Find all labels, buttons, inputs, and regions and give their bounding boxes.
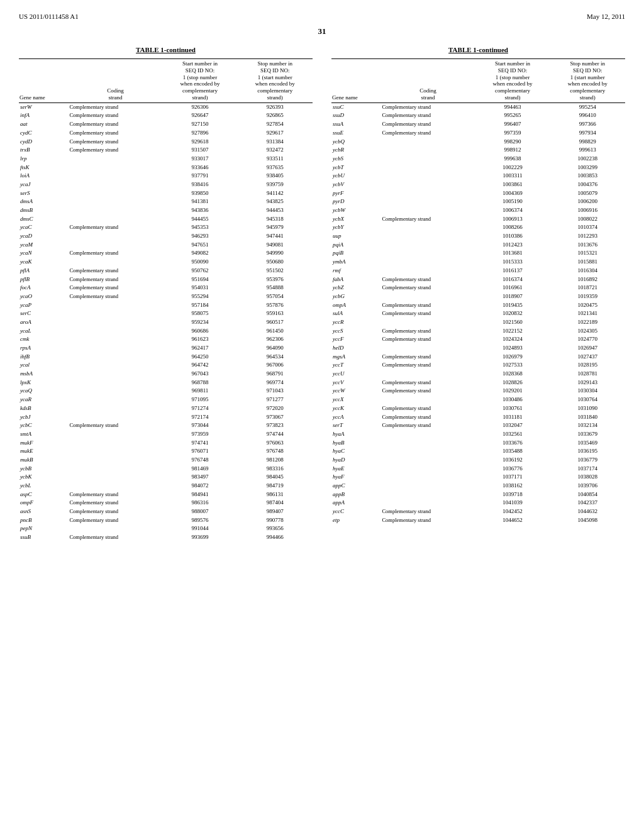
table-row: helD10248931026947 xyxy=(331,344,625,353)
stop-number-cell: 1005079 xyxy=(550,189,625,198)
start-number-cell: 1003861 xyxy=(475,180,550,189)
stop-number-cell: 926393 xyxy=(238,102,313,111)
table-row: infAComplementary strand926647926865 xyxy=(19,111,313,120)
coding-strand-cell xyxy=(68,163,162,172)
stop-number-cell: 1026947 xyxy=(550,344,625,353)
coding-strand-cell: Complementary strand xyxy=(380,361,475,370)
start-number-cell: 1037171 xyxy=(475,473,550,482)
gene-name-cell: sulA xyxy=(331,309,380,318)
left-table-title: TABLE 1-continued xyxy=(19,46,313,53)
stop-number-cell: 973067 xyxy=(238,413,313,422)
table-row: mukE976071976748 xyxy=(19,447,313,456)
gene-name-cell: pflA xyxy=(19,267,68,275)
gene-name-cell: etp xyxy=(331,516,380,525)
start-number-cell: 1044652 xyxy=(475,516,550,525)
stop-number-cell: 945318 xyxy=(238,215,313,224)
left-col-stop: Stop number inSEQ ID NO:1 (start numberw… xyxy=(238,59,313,103)
table-row: aspCComplementary strand984941986131 xyxy=(19,490,313,499)
stop-number-cell: 1003299 xyxy=(550,163,625,172)
start-number-cell: 954031 xyxy=(162,284,237,292)
gene-name-cell: asnS xyxy=(19,507,68,516)
gene-name-cell: dmsA xyxy=(19,197,68,206)
right-table: Gene name Codingstrand Start number inSE… xyxy=(331,58,625,524)
stop-number-cell: 1021341 xyxy=(550,309,625,318)
stop-number-cell: 1003853 xyxy=(550,172,625,180)
gene-name-cell: pflB xyxy=(19,275,68,284)
stop-number-cell: 1024770 xyxy=(550,335,625,344)
table-row: ycbB981469983316 xyxy=(19,465,313,473)
stop-number-cell: 997366 xyxy=(550,120,625,129)
gene-name-cell: ssuE xyxy=(331,129,380,138)
coding-strand-cell xyxy=(68,327,162,336)
coding-strand-cell xyxy=(68,379,162,387)
table-row: ssuBComplementary strand993699994466 xyxy=(19,533,313,542)
stop-number-cell: 1044632 xyxy=(550,507,625,516)
start-number-cell: 1013681 xyxy=(475,249,550,258)
start-number-cell: 995265 xyxy=(475,111,550,120)
right-table-title: TABLE 1-continued xyxy=(331,46,625,53)
table-row: cmk961623962306 xyxy=(19,335,313,344)
gene-name-cell: lrp xyxy=(19,155,68,163)
start-number-cell: 933646 xyxy=(162,163,237,172)
stop-number-cell: 976748 xyxy=(238,447,313,456)
gene-name-cell: dmsB xyxy=(19,206,68,215)
table-row: yccX10304861030764 xyxy=(331,396,625,404)
start-number-cell: 1005190 xyxy=(475,197,550,206)
gene-name-cell: ycbK xyxy=(19,473,68,482)
left-table: Gene name Codingstrand Start number inSE… xyxy=(19,58,313,542)
table-row: trxBComplementary strand931507932472 xyxy=(19,146,313,155)
coding-strand-cell xyxy=(380,172,475,180)
gene-name-cell: ymbA xyxy=(331,258,380,267)
start-number-cell: 929618 xyxy=(162,138,237,147)
stop-number-cell: 1002238 xyxy=(550,155,625,163)
start-number-cell: 1015333 xyxy=(475,258,550,267)
start-number-cell: 1012423 xyxy=(475,241,550,250)
gene-name-cell: ftsK xyxy=(19,163,68,172)
coding-strand-cell: Complementary strand xyxy=(380,353,475,362)
stop-number-cell: 984719 xyxy=(238,482,313,490)
stop-number-cell: 976063 xyxy=(238,439,313,448)
coding-strand-cell xyxy=(380,163,475,172)
coding-strand-cell: Complementary strand xyxy=(380,215,475,224)
stop-number-cell: 953976 xyxy=(238,275,313,284)
gene-name-cell: ycbV xyxy=(331,180,380,189)
start-number-cell: 962417 xyxy=(162,344,237,353)
start-number-cell: 994463 xyxy=(475,102,550,111)
stop-number-cell: 1040854 xyxy=(550,490,625,499)
gene-name-cell: yccX xyxy=(331,396,380,404)
table-row: smtA973959974744 xyxy=(19,430,313,439)
table-row: yccR10215601022189 xyxy=(331,318,625,327)
gene-name-cell: ssuC xyxy=(331,102,380,111)
coding-strand-cell: Complementary strand xyxy=(68,284,162,292)
stop-number-cell: 932472 xyxy=(238,146,313,155)
stop-number-cell: 944453 xyxy=(238,206,313,215)
gene-name-cell: yccS xyxy=(331,327,380,336)
gene-name-cell: lpxK xyxy=(19,379,68,387)
stop-number-cell: 937635 xyxy=(238,163,313,172)
stop-number-cell: 971277 xyxy=(238,396,313,404)
stop-number-cell: 1008022 xyxy=(550,215,625,224)
coding-strand-cell xyxy=(68,189,162,198)
coding-strand-cell xyxy=(380,447,475,456)
gene-name-cell: yccU xyxy=(331,370,380,379)
coding-strand-cell xyxy=(380,473,475,482)
coding-strand-cell xyxy=(68,155,162,163)
gene-name-cell: ycaK xyxy=(19,258,68,267)
gene-name-cell: hyaA xyxy=(331,430,380,439)
start-number-cell: 964742 xyxy=(162,361,237,370)
start-number-cell: 1028826 xyxy=(475,379,550,387)
start-number-cell: 1024893 xyxy=(475,344,550,353)
coding-strand-cell: Complementary strand xyxy=(380,129,475,138)
table-row: ycaJ938416939759 xyxy=(19,180,313,189)
table-row: loiA937791938405 xyxy=(19,172,313,180)
coding-strand-cell xyxy=(68,439,162,448)
gene-name-cell: mukB xyxy=(19,456,68,465)
coding-strand-cell: Complementary strand xyxy=(68,102,162,111)
stop-number-cell: 1006200 xyxy=(550,197,625,206)
start-number-cell: 1030761 xyxy=(475,404,550,413)
start-number-cell: 1035488 xyxy=(475,447,550,456)
coding-strand-cell: Complementary strand xyxy=(68,111,162,120)
stop-number-cell: 1038028 xyxy=(550,473,625,482)
table-row: sulAComplementary strand10208321021341 xyxy=(331,309,625,318)
table-row: hyaC10354881036195 xyxy=(331,447,625,456)
